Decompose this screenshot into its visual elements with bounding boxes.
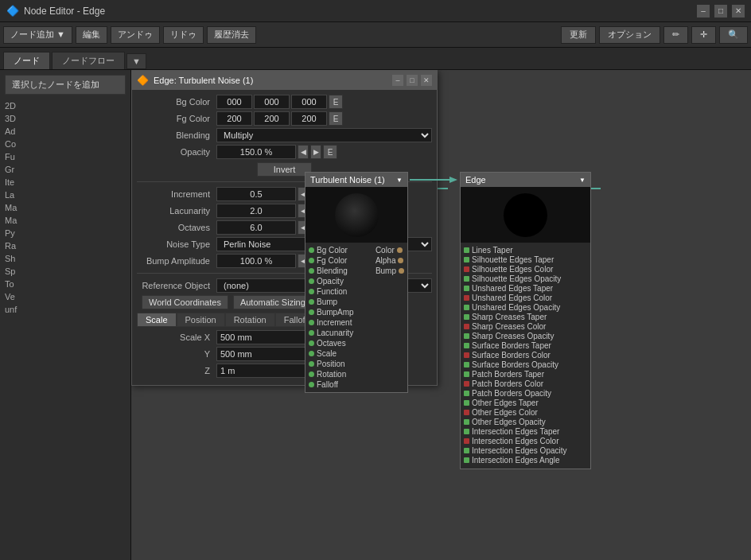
add-node-button[interactable]: ノード追加 ▼ [3, 26, 72, 44]
canvas-area[interactable]: X:0 Y:0 Zoom:100% 🔶 Edge: Turbulent Nois… [131, 70, 751, 560]
sidebar-item-3d[interactable]: 3D [0, 112, 130, 125]
edge-dot-intersect-color [464, 438, 469, 444]
tab-node[interactable]: ノード [3, 52, 50, 69]
tn-dot-bg-color [309, 247, 314, 253]
sidebar-item-ite[interactable]: Ite [0, 176, 130, 189]
update-button[interactable]: 更新 [561, 26, 596, 44]
edge-dot-patch-borders-color [464, 381, 469, 387]
tn-port-position: Position [309, 360, 354, 368]
node-panel-close[interactable]: ✕ [421, 75, 432, 86]
bg-color-r[interactable] [216, 95, 252, 109]
bg-color-e-button[interactable]: E [329, 95, 343, 109]
undo-button[interactable]: アンドゥ [111, 26, 160, 44]
fg-color-r[interactable] [216, 111, 252, 126]
edit-icon-btn[interactable]: ✏ [663, 26, 688, 44]
bg-color-g[interactable] [254, 95, 290, 109]
edge-port-other-opacity: Other Edges Opacity [464, 418, 587, 426]
main-toolbar: ノード追加 ▼ 編集 アンドゥ リドゥ 履歴消去 更新 オプション ✏ ✛ 🔍 [0, 22, 751, 48]
edge-dot-unshared-taper [464, 286, 469, 291]
search-icon-btn[interactable]: 🔍 [719, 26, 748, 44]
sidebar-item-ad[interactable]: Ad [0, 125, 130, 138]
edge-dot-sharp-creases-opacity [464, 333, 469, 339]
opacity-input[interactable] [216, 145, 296, 159]
left-sidebar: 選択したノードを追加 2D 3D Ad Co Fu Gr Ite La Ma M… [0, 70, 131, 560]
add-selected-node-button[interactable]: 選択したノードを追加 [5, 75, 126, 95]
edge-port-intersect-angle: Intersection Edges Angle [464, 456, 587, 465]
options-button[interactable]: オプション [599, 26, 660, 44]
fg-color-g[interactable] [254, 111, 290, 126]
tn-port-bumpamp: BumpAmp [309, 308, 354, 317]
tn-port-bump: Bump [309, 298, 354, 306]
fg-color-e-button[interactable]: E [329, 111, 343, 126]
edge-port-intersect-taper: Intersection Edges Taper [464, 427, 587, 436]
edge-port-intersect-color: Intersection Edges Color [464, 437, 587, 445]
lacunarity-input[interactable] [216, 204, 296, 218]
maximize-button[interactable]: □ [714, 5, 727, 18]
sidebar-item-ma2[interactable]: Ma [0, 214, 130, 227]
edge-port-surf-borders-taper: Surface Borders Taper [464, 341, 587, 350]
edge-port-sil-edges-color: Silhouette Edges Color [464, 265, 587, 274]
sidebar-item-fu[interactable]: Fu [0, 150, 130, 163]
octaves-input[interactable] [216, 220, 296, 235]
clear-history-button[interactable]: 履歴消去 [207, 26, 256, 44]
subtab-rotation[interactable]: Rotation [225, 313, 275, 327]
minimize-button[interactable]: – [697, 5, 710, 18]
sidebar-item-unf[interactable]: unf [0, 303, 130, 316]
subtab-scale[interactable]: Scale [137, 313, 177, 327]
bump-amplitude-input[interactable] [216, 254, 296, 268]
tab-dropdown[interactable]: ▼ [126, 53, 146, 69]
close-button[interactable]: ✕ [732, 5, 745, 18]
edge-port-intersect-opacity: Intersection Edges Opacity [464, 446, 587, 455]
edge-port-unshared-color: Unshared Edges Color [464, 294, 587, 302]
sidebar-item-ma1[interactable]: Ma [0, 201, 130, 214]
tn-port-falloff: Falloff [309, 380, 354, 389]
invert-button[interactable]: Invert [257, 162, 313, 177]
opacity-dec[interactable]: ◀ [298, 145, 309, 159]
redo-button[interactable]: リドゥ [163, 26, 204, 44]
tn-port-color-out: Color [376, 246, 404, 255]
add-icon-btn[interactable]: ✛ [691, 26, 716, 44]
fg-color-b[interactable] [291, 111, 327, 126]
sidebar-item-py[interactable]: Py [0, 227, 130, 239]
edge-dot-surf-borders-color [464, 352, 469, 358]
edge-dot-sharp-creases-taper [464, 314, 469, 320]
scale-y-input[interactable] [216, 347, 312, 361]
edge-port-lines-taper: Lines Taper [464, 246, 587, 255]
increment-input[interactable] [216, 187, 296, 201]
node-panel-maximize[interactable]: □ [407, 75, 418, 86]
tn-dot-rotation [309, 371, 314, 377]
sidebar-item-gr[interactable]: Gr [0, 163, 130, 176]
sidebar-item-to[interactable]: To [0, 278, 130, 290]
edge-dot-patch-borders-opacity [464, 391, 469, 396]
scale-x-input[interactable] [216, 330, 312, 344]
sidebar-item-ve[interactable]: Ve [0, 290, 130, 303]
auto-sizing-button[interactable]: Automatic Sizing [233, 295, 313, 309]
edge-port-other-taper: Other Edges Taper [464, 399, 587, 407]
window-controls: – □ ✕ [697, 5, 745, 18]
sidebar-item-sp[interactable]: Sp [0, 265, 130, 278]
edit-button[interactable]: 編集 [76, 26, 107, 44]
tn-port-rotation: Rotation [309, 370, 354, 379]
bg-color-b[interactable] [291, 95, 327, 109]
turbulent-noise-node[interactable]: Turbulent Noise (1) ▼ Bg Color Fg Color … [305, 172, 408, 393]
edge-node[interactable]: Edge ▼ Lines Taper Silhouette Edges Tape… [460, 172, 591, 469]
sidebar-item-2d[interactable]: 2D [0, 99, 130, 112]
opacity-values: ◀ ▶ E [216, 145, 337, 159]
opacity-inc[interactable]: ▶ [310, 145, 321, 159]
sidebar-item-ra[interactable]: Ra [0, 239, 130, 252]
fg-color-row: Fg Color E [137, 111, 432, 126]
sidebar-item-co[interactable]: Co [0, 138, 130, 150]
node-panel-minimize[interactable]: – [392, 75, 403, 86]
edge-port-patch-borders-color: Patch Borders Color [464, 379, 587, 388]
blending-dropdown[interactable]: Multiply [216, 128, 432, 142]
edge-port-unshared-taper: Unshared Edges Taper [464, 284, 587, 293]
sidebar-item-sh[interactable]: Sh [0, 252, 130, 265]
edge-preview-circle [504, 193, 547, 237]
edge-dot-surf-borders-opacity [464, 362, 469, 368]
subtab-position[interactable]: Position [177, 313, 225, 327]
world-coords-button[interactable]: World Coordinates [142, 295, 228, 309]
scale-z-input[interactable] [216, 364, 312, 378]
opacity-e-button[interactable]: E [323, 145, 337, 159]
sidebar-item-la[interactable]: La [0, 189, 130, 201]
tab-nodeflow[interactable]: ノードフロー [52, 52, 125, 69]
